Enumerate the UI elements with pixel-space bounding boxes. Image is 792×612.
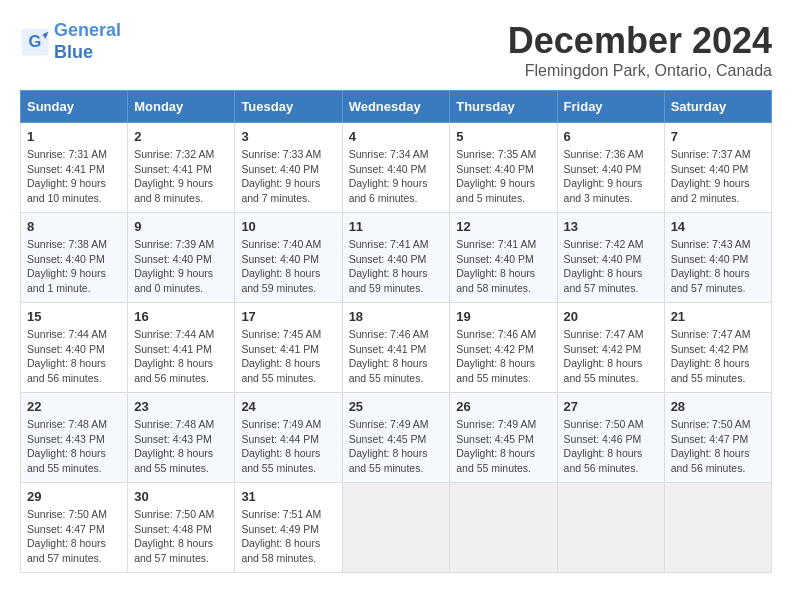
day-number: 5 [456,129,550,144]
day-number: 17 [241,309,335,324]
day-info: Sunrise: 7:51 AMSunset: 4:49 PMDaylight:… [241,507,335,566]
day-number: 8 [27,219,121,234]
day-info: Sunrise: 7:33 AMSunset: 4:40 PMDaylight:… [241,147,335,206]
col-thursday: Thursday [450,91,557,123]
day-number: 2 [134,129,228,144]
day-number: 19 [456,309,550,324]
day-info: Sunrise: 7:32 AMSunset: 4:41 PMDaylight:… [134,147,228,206]
day-number: 11 [349,219,444,234]
day-number: 14 [671,219,765,234]
day-number: 1 [27,129,121,144]
table-row: 2Sunrise: 7:32 AMSunset: 4:41 PMDaylight… [128,123,235,213]
day-number: 12 [456,219,550,234]
location: Flemingdon Park, Ontario, Canada [508,62,772,80]
day-info: Sunrise: 7:44 AMSunset: 4:40 PMDaylight:… [27,327,121,386]
day-number: 10 [241,219,335,234]
table-row: 11Sunrise: 7:41 AMSunset: 4:40 PMDayligh… [342,213,450,303]
day-info: Sunrise: 7:50 AMSunset: 4:47 PMDaylight:… [671,417,765,476]
table-row: 12Sunrise: 7:41 AMSunset: 4:40 PMDayligh… [450,213,557,303]
table-row [557,483,664,573]
day-number: 27 [564,399,658,414]
day-info: Sunrise: 7:48 AMSunset: 4:43 PMDaylight:… [27,417,121,476]
day-info: Sunrise: 7:41 AMSunset: 4:40 PMDaylight:… [349,237,444,296]
day-info: Sunrise: 7:42 AMSunset: 4:40 PMDaylight:… [564,237,658,296]
day-info: Sunrise: 7:31 AMSunset: 4:41 PMDaylight:… [27,147,121,206]
table-row: 8Sunrise: 7:38 AMSunset: 4:40 PMDaylight… [21,213,128,303]
day-info: Sunrise: 7:47 AMSunset: 4:42 PMDaylight:… [671,327,765,386]
day-info: Sunrise: 7:40 AMSunset: 4:40 PMDaylight:… [241,237,335,296]
table-row [342,483,450,573]
day-info: Sunrise: 7:43 AMSunset: 4:40 PMDaylight:… [671,237,765,296]
day-info: Sunrise: 7:34 AMSunset: 4:40 PMDaylight:… [349,147,444,206]
day-number: 31 [241,489,335,504]
day-number: 23 [134,399,228,414]
logo: G General Blue [20,20,121,63]
day-number: 30 [134,489,228,504]
table-row: 20Sunrise: 7:47 AMSunset: 4:42 PMDayligh… [557,303,664,393]
day-number: 15 [27,309,121,324]
table-row: 26Sunrise: 7:49 AMSunset: 4:45 PMDayligh… [450,393,557,483]
day-number: 26 [456,399,550,414]
table-row: 9Sunrise: 7:39 AMSunset: 4:40 PMDaylight… [128,213,235,303]
table-row: 7Sunrise: 7:37 AMSunset: 4:40 PMDaylight… [664,123,771,213]
col-monday: Monday [128,91,235,123]
day-info: Sunrise: 7:44 AMSunset: 4:41 PMDaylight:… [134,327,228,386]
day-info: Sunrise: 7:47 AMSunset: 4:42 PMDaylight:… [564,327,658,386]
logo-text: General Blue [54,20,121,63]
table-row: 15Sunrise: 7:44 AMSunset: 4:40 PMDayligh… [21,303,128,393]
table-row: 24Sunrise: 7:49 AMSunset: 4:44 PMDayligh… [235,393,342,483]
col-sunday: Sunday [21,91,128,123]
table-row: 17Sunrise: 7:45 AMSunset: 4:41 PMDayligh… [235,303,342,393]
day-number: 13 [564,219,658,234]
col-friday: Friday [557,91,664,123]
day-info: Sunrise: 7:49 AMSunset: 4:44 PMDaylight:… [241,417,335,476]
table-row: 6Sunrise: 7:36 AMSunset: 4:40 PMDaylight… [557,123,664,213]
table-row: 27Sunrise: 7:50 AMSunset: 4:46 PMDayligh… [557,393,664,483]
calendar-header-row: Sunday Monday Tuesday Wednesday Thursday… [21,91,772,123]
table-row: 5Sunrise: 7:35 AMSunset: 4:40 PMDaylight… [450,123,557,213]
day-number: 22 [27,399,121,414]
day-number: 3 [241,129,335,144]
table-row: 13Sunrise: 7:42 AMSunset: 4:40 PMDayligh… [557,213,664,303]
day-number: 6 [564,129,658,144]
day-info: Sunrise: 7:48 AMSunset: 4:43 PMDaylight:… [134,417,228,476]
day-info: Sunrise: 7:46 AMSunset: 4:42 PMDaylight:… [456,327,550,386]
day-number: 9 [134,219,228,234]
day-number: 25 [349,399,444,414]
table-row: 22Sunrise: 7:48 AMSunset: 4:43 PMDayligh… [21,393,128,483]
calendar-table: Sunday Monday Tuesday Wednesday Thursday… [20,90,772,573]
day-info: Sunrise: 7:41 AMSunset: 4:40 PMDaylight:… [456,237,550,296]
table-row [450,483,557,573]
table-row: 30Sunrise: 7:50 AMSunset: 4:48 PMDayligh… [128,483,235,573]
day-number: 18 [349,309,444,324]
table-row: 29Sunrise: 7:50 AMSunset: 4:47 PMDayligh… [21,483,128,573]
day-info: Sunrise: 7:46 AMSunset: 4:41 PMDaylight:… [349,327,444,386]
table-row: 4Sunrise: 7:34 AMSunset: 4:40 PMDaylight… [342,123,450,213]
day-info: Sunrise: 7:37 AMSunset: 4:40 PMDaylight:… [671,147,765,206]
day-number: 20 [564,309,658,324]
month-title: December 2024 [508,20,772,62]
title-area: December 2024 Flemingdon Park, Ontario, … [508,20,772,80]
day-number: 28 [671,399,765,414]
table-row: 21Sunrise: 7:47 AMSunset: 4:42 PMDayligh… [664,303,771,393]
col-wednesday: Wednesday [342,91,450,123]
logo-icon: G [20,27,50,57]
table-row: 14Sunrise: 7:43 AMSunset: 4:40 PMDayligh… [664,213,771,303]
day-info: Sunrise: 7:38 AMSunset: 4:40 PMDaylight:… [27,237,121,296]
table-row: 18Sunrise: 7:46 AMSunset: 4:41 PMDayligh… [342,303,450,393]
day-number: 24 [241,399,335,414]
day-info: Sunrise: 7:49 AMSunset: 4:45 PMDaylight:… [456,417,550,476]
day-number: 4 [349,129,444,144]
day-number: 16 [134,309,228,324]
table-row: 3Sunrise: 7:33 AMSunset: 4:40 PMDaylight… [235,123,342,213]
table-row: 19Sunrise: 7:46 AMSunset: 4:42 PMDayligh… [450,303,557,393]
svg-text:G: G [29,31,42,49]
day-info: Sunrise: 7:49 AMSunset: 4:45 PMDaylight:… [349,417,444,476]
day-info: Sunrise: 7:36 AMSunset: 4:40 PMDaylight:… [564,147,658,206]
table-row: 28Sunrise: 7:50 AMSunset: 4:47 PMDayligh… [664,393,771,483]
day-info: Sunrise: 7:45 AMSunset: 4:41 PMDaylight:… [241,327,335,386]
col-saturday: Saturday [664,91,771,123]
col-tuesday: Tuesday [235,91,342,123]
day-info: Sunrise: 7:50 AMSunset: 4:48 PMDaylight:… [134,507,228,566]
day-info: Sunrise: 7:39 AMSunset: 4:40 PMDaylight:… [134,237,228,296]
